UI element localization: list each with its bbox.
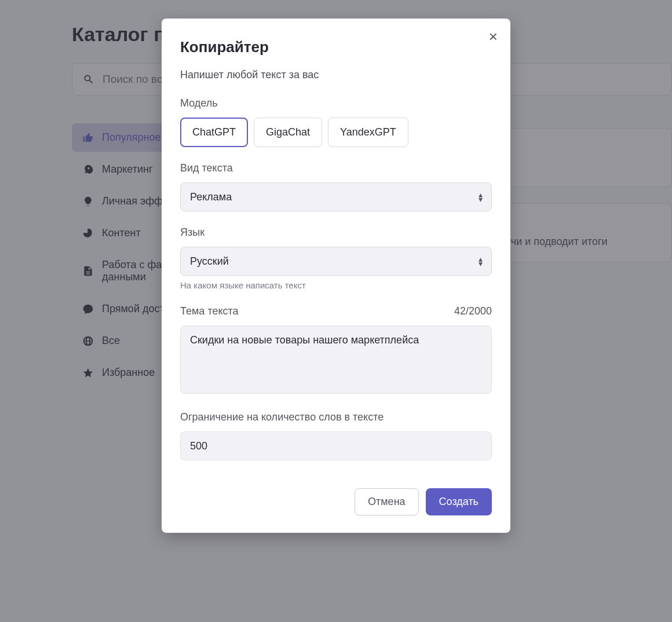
copywriter-modal: × Копирайтер Напишет любой текст за вас … xyxy=(162,19,510,533)
create-button[interactable]: Создать xyxy=(426,488,492,515)
close-icon[interactable]: × xyxy=(489,29,498,44)
word-limit-input[interactable] xyxy=(180,431,492,460)
modal-overlay: × Копирайтер Напишет любой текст за вас … xyxy=(0,0,672,622)
cancel-button[interactable]: Отмена xyxy=(355,488,419,515)
language-label: Язык xyxy=(180,226,492,239)
modal-footer: Отмена Создать xyxy=(180,488,492,515)
model-option-chatgpt[interactable]: ChatGPT xyxy=(180,118,248,147)
limit-label: Ограничение на количество слов в тексте xyxy=(180,411,492,423)
model-option-gigachat[interactable]: GigaChat xyxy=(254,118,322,147)
text-type-select-wrap: Реклама ▴▾ xyxy=(180,182,492,211)
language-select[interactable]: Русский xyxy=(180,247,492,276)
modal-title: Копирайтер xyxy=(180,38,492,56)
language-hint: На каком языке написать текст xyxy=(180,280,492,290)
text-type-select[interactable]: Реклама xyxy=(180,182,492,211)
model-selector: ChatGPTGigaChatYandexGPT xyxy=(180,118,492,147)
language-select-wrap: Русский ▴▾ xyxy=(180,247,492,276)
topic-label: Тема текста xyxy=(180,305,239,317)
model-label: Модель xyxy=(180,97,492,109)
modal-subtitle: Напишет любой текст за вас xyxy=(180,69,492,81)
text-type-label: Вид текста xyxy=(180,162,492,174)
topic-counter: 42/2000 xyxy=(454,305,492,317)
model-option-yandexgpt[interactable]: YandexGPT xyxy=(328,118,408,147)
topic-textarea[interactable] xyxy=(180,325,492,394)
